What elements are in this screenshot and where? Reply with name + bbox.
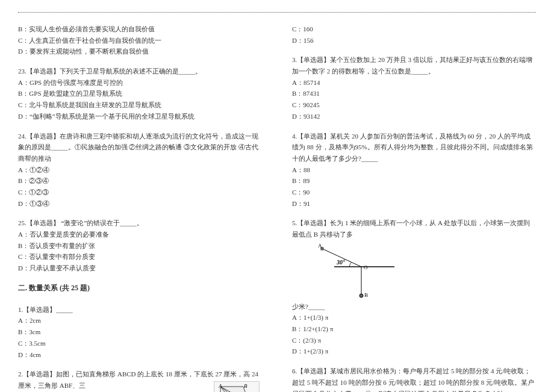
sec2-q6: 6.【单选题】某城市居民用水价格为：每户每月不超过 5 吨的部分按 4 元/吨收… [292, 366, 536, 392]
q25-stem: 25.【单选题】 “激变论”的错误在于_____。 [18, 217, 262, 229]
q23-b: B：GPS 是欧盟建立的卫星导航系统 [18, 88, 262, 99]
sec2-q3-a: A：85714 [292, 77, 536, 89]
sec2-q4-b: B：89 [292, 175, 536, 187]
sec2-q3-stem: 3.【单选题】某个五位数加上 20 万并且 3 倍以后，其结果正好与该五位数的右… [292, 54, 536, 76]
sec2-q5: 5.【单选题】长为 1 米的细绳上系有一个小球，从 A 处放手以后，小球第一次摆… [292, 217, 536, 357]
q25-a: A：否认量变是质变的必要准备 [18, 229, 262, 240]
sec2-q3-d: D：93142 [292, 111, 536, 122]
two-column-layout: B：实现人生价值必须首先要实现人的自我价值 C：人生真正价值在于社会价值与自我价… [18, 23, 536, 392]
q23-c: C：北斗导航系统是我国自主研发的卫星导航系统 [18, 99, 262, 111]
sec2-q2-d: D：156 [292, 35, 536, 46]
sec2-q3: 3.【单选题】某个五位数加上 20 万并且 3 倍以后，其结果正好与该五位数的右… [292, 54, 536, 122]
pendulum-svg: A B O 30° [316, 243, 406, 300]
sec2-q5-a: A：1+(1/3) π [292, 312, 536, 323]
sec2-q4-c: C：90 [292, 187, 536, 198]
svg-point-15 [359, 294, 363, 297]
right-column: C：160 D：156 3.【单选题】某个五位数加上 20 万并且 3 倍以后，… [292, 23, 536, 392]
q-top-options: B：实现人生价值必须首先要实现人的自我价值 C：人生真正价值在于社会价值与自我价… [18, 23, 262, 57]
sec2-q1-b: B：3cm [18, 326, 262, 338]
q23-d: D：“伽利略”导航系统是第一个基于民用的全球卫星导航系统 [18, 111, 262, 122]
q23-stem: 23.【单选题】下列关于卫星导航系统的表述不正确的是_____。 [18, 66, 262, 77]
opt-b: B：实现人生价值必须首先要实现人的自我价值 [18, 23, 262, 35]
q25-b: B：否认质变中有量的扩张 [18, 240, 262, 252]
left-column: B：实现人生价值必须首先要实现人的自我价值 C：人生真正价值在于社会价值与自我价… [18, 23, 262, 392]
q24-c: C：①②③ [18, 187, 262, 198]
sec2-q5-b: B：1/2+(1/2) π [292, 323, 536, 335]
svg-text:A: A [218, 383, 222, 389]
sec2-q5-d: D：1+(2/3) π [292, 346, 536, 357]
opt-c: C：人生真正价值在于社会价值与自我价值的统一 [18, 35, 262, 46]
q25-d: D：只承认量变不承认质变 [18, 263, 262, 274]
sec2-q3-c: C：90245 [292, 99, 536, 111]
sec2-q4: 4.【单选题】某机关 20 人参加百分制的普法考试，及格线为 60 分，20 人… [292, 131, 536, 210]
sec2-q2-right: C：160 D：156 [292, 23, 536, 46]
svg-text:A: A [318, 243, 322, 249]
section-heading: 二. 数量关系 (共 25 题) [18, 283, 262, 293]
q25: 25.【单选题】 “激变论”的错误在于_____。 A：否认量变是质变的必要准备… [18, 217, 262, 273]
q24-stem: 24.【单选题】在唐诗和唐三彩中骆驼和胡人逐渐成为流行的文化符号，造成这一现象的… [18, 131, 262, 164]
sec2-q1-d: D：4cm [18, 349, 262, 361]
angle-label: 30° [336, 259, 345, 266]
trapezoid-figure: A B C D E F [214, 381, 260, 392]
q25-c: C：否认量变中有部分质变 [18, 251, 262, 263]
q24-a: A：①②④ [18, 164, 262, 176]
svg-text:B: B [244, 383, 247, 389]
sec2-q1-c: C：3.5cm [18, 338, 262, 349]
sec2-q6-stem: 6.【单选题】某城市居民用水价格为：每户每月不超过 5 吨的部分按 4 元/吨收… [292, 366, 536, 392]
pendulum-figure: A B O 30° [316, 243, 406, 300]
top-divider [18, 12, 536, 13]
sec2-q1: 1.【单选题】_____ A：2cm B：3cm C：3.5cm D：4cm [18, 304, 262, 360]
q23: 23.【单选题】下列关于卫星导航系统的表述不正确的是_____。 A：GPS 的… [18, 66, 262, 122]
sec2-q5-tail: 少米?_____ [292, 301, 536, 313]
q23-a: A：GPS 的信号强度与准度是可控的 [18, 77, 262, 89]
sec2-q2-c: C：160 [292, 23, 536, 35]
sec2-q5-c: C：(2/3) π [292, 335, 536, 346]
sec2-q4-d: D：91 [292, 198, 536, 210]
svg-text:B: B [364, 292, 368, 298]
q24: 24.【单选题】在唐诗和唐三彩中骆驼和胡人逐渐成为流行的文化符号，造成这一现象的… [18, 131, 262, 210]
sec2-q2: 2.【单选题】如图，已知直角梯形 ABCD 的上底长 18 厘米，下底长 27 … [18, 369, 262, 392]
sec2-q4-stem: 4.【单选题】某机关 20 人参加百分制的普法考试，及格线为 60 分，20 人… [292, 131, 536, 164]
sec2-q3-b: B：87431 [292, 88, 536, 99]
sec2-q1-stem: 1.【单选题】_____ [18, 304, 262, 316]
q24-b: B：②③④ [18, 175, 262, 187]
sec2-q4-a: A：88 [292, 164, 536, 176]
q24-d: D：①③④ [18, 198, 262, 210]
opt-d: D：要发挥主观能动性，要不断积累自我价值 [18, 46, 262, 57]
sec2-q1-a: A：2cm [18, 315, 262, 326]
sec2-q5-stem: 5.【单选题】长为 1 米的细绳上系有一个小球，从 A 处放手以后，小球第一次摆… [292, 217, 536, 240]
svg-text:O: O [364, 264, 368, 270]
